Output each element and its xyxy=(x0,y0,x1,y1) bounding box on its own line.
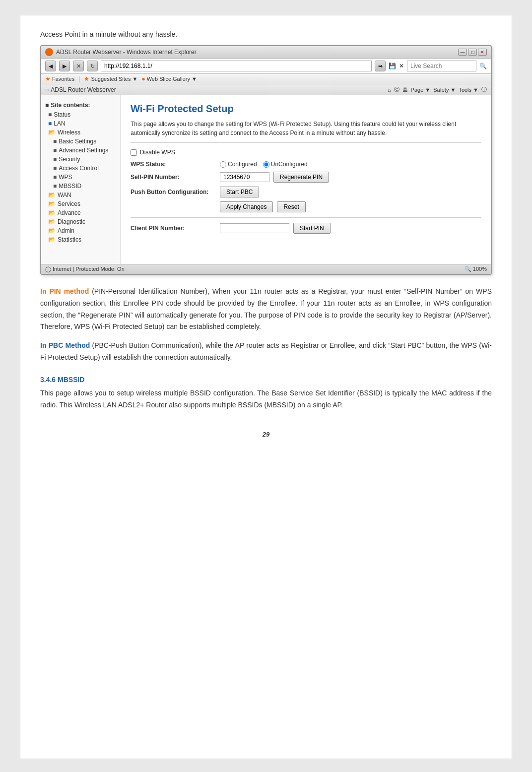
wps-form: Disable WPS WPS Status: Configured xyxy=(131,149,481,234)
page-icon-mbssid: ■ xyxy=(53,183,57,190)
apply-control: Apply Changes Reset xyxy=(220,201,306,212)
print-icon[interactable]: 🖶 xyxy=(402,87,408,93)
disable-wps-checkbox[interactable] xyxy=(131,149,137,156)
mbssid-description: This page allows you to setup wireless m… xyxy=(40,387,492,411)
regenerate-pin-button[interactable]: Regenerate PIN xyxy=(273,172,329,183)
page-icon-lan: ■ xyxy=(48,120,52,127)
configured-option[interactable]: Configured xyxy=(220,161,257,168)
safety-menu[interactable]: Safety ▼ xyxy=(433,87,456,93)
search-input[interactable] xyxy=(407,61,476,71)
main-content: Wi-Fi Protected Setup This page allows y… xyxy=(121,95,491,264)
self-pin-input[interactable] xyxy=(220,172,269,182)
refresh-icon: 💾 xyxy=(389,63,396,69)
sidebar-item-security[interactable]: ■ Security xyxy=(41,155,120,164)
go-button[interactable]: ➡ xyxy=(375,61,386,71)
page-icon-basic: ■ xyxy=(53,138,57,145)
globe-icon: ● xyxy=(141,75,145,82)
start-pbc-button[interactable]: Start PBC xyxy=(220,187,259,197)
sidebar-item-wps[interactable]: ■ WPS xyxy=(41,173,120,182)
tools-menu[interactable]: Tools ▼ xyxy=(459,87,478,93)
status-icon: ◯ xyxy=(45,266,51,272)
stop-button[interactable]: ✕ xyxy=(73,61,84,71)
pbc-method-paragraph: In PBC Method (PBC-Push Button Communica… xyxy=(40,340,492,364)
suggested-sites[interactable]: ★ Suggested Sites ▼ xyxy=(84,75,137,82)
sidebar: ■ Site contents: ■ Status ■ LAN 📂 Wirele… xyxy=(41,95,121,264)
folder-icon-wireless: 📂 xyxy=(48,129,56,136)
refresh-button[interactable]: ↻ xyxy=(87,61,98,71)
forward-button[interactable]: ▶ xyxy=(59,61,70,71)
self-pin-row: Self-PIN Number: Regenerate PIN xyxy=(131,172,481,183)
wps-description: This page allows you to change the setti… xyxy=(131,120,481,143)
help-icon[interactable]: ⓘ xyxy=(481,86,487,93)
disable-wps-row: Disable WPS xyxy=(131,149,481,156)
sidebar-item-mbssid[interactable]: ■ MBSSID xyxy=(41,182,120,191)
start-pin-button[interactable]: Start PIN xyxy=(293,223,331,234)
sidebar-item-wireless[interactable]: 📂 Wireless xyxy=(41,128,120,137)
unconfigured-option[interactable]: UnConfigured xyxy=(263,161,308,168)
folder-icon-diag: 📂 xyxy=(48,218,56,225)
star2-icon: ★ xyxy=(84,75,89,82)
browser-window: ADSL Router Webserver - Windows Internet… xyxy=(40,45,492,275)
sidebar-item-wan[interactable]: 📂 WAN xyxy=(41,191,120,199)
sidebar-header: ■ Site contents: xyxy=(41,100,120,110)
page-icon-access: ■ xyxy=(53,165,57,172)
favorites-toolbar: ★ Favorites | ★ Suggested Sites ▼ ● Web … xyxy=(41,74,491,84)
address-input[interactable] xyxy=(101,61,372,71)
wps-status-label: WPS Status: xyxy=(131,161,220,168)
zoom-level: 100% xyxy=(473,266,487,272)
intro-text: Access Point in a minute without any has… xyxy=(40,30,492,38)
sidebar-item-admin[interactable]: 📂 Admin xyxy=(41,226,120,235)
page-wrapper: Access Point in a minute without any has… xyxy=(20,15,512,759)
folder-icon-services: 📂 xyxy=(48,200,56,207)
sidebar-item-advance[interactable]: 📂 Advance xyxy=(41,208,120,217)
page-icon-advanced: ■ xyxy=(53,147,57,154)
back-button[interactable]: ◀ xyxy=(45,61,56,71)
configured-radio[interactable] xyxy=(220,161,226,168)
browser-statusbar: ◯ Internet | Protected Mode: On 🔍 100% xyxy=(41,264,491,274)
wps-status-row: WPS Status: Configured UnConfigured xyxy=(131,161,481,168)
browser-title-left: ADSL Router Webserver - Windows Internet… xyxy=(45,48,197,56)
sidebar-item-services[interactable]: 📂 Services xyxy=(41,199,120,208)
favorites-label: ★ Favorites xyxy=(45,75,74,82)
sidebar-item-lan[interactable]: ■ LAN xyxy=(41,119,120,128)
pbc-text: (PBC-Push Button Communication), while t… xyxy=(40,341,492,361)
unconfigured-radio[interactable] xyxy=(263,161,269,168)
client-pin-input[interactable] xyxy=(220,223,289,233)
status-left: ◯ Internet | Protected Mode: On xyxy=(45,266,125,272)
push-button-label: Push Button Configuration: xyxy=(131,189,220,195)
browser-title: ADSL Router Webserver - Windows Internet… xyxy=(56,49,197,56)
client-pin-label: Client PIN Number: xyxy=(131,225,220,232)
home-icon[interactable]: ⌂ xyxy=(388,87,391,93)
page-menu[interactable]: Page ▼ xyxy=(411,87,431,93)
sidebar-item-diagnostic[interactable]: 📂 Diagnostic xyxy=(41,217,120,226)
restore-button[interactable]: ◻ xyxy=(468,49,477,56)
pbc-intro: In PBC Method xyxy=(40,341,90,349)
close-button[interactable]: ✕ xyxy=(478,49,487,56)
nav-tools: ⌂ ⓒ 🖶 Page ▼ Safety ▼ Tools ▼ ⓘ xyxy=(388,86,487,93)
sidebar-item-statistics[interactable]: 📂 Statistics xyxy=(41,235,120,244)
browser-addressbar: ◀ ▶ ✕ ↻ ➡ 💾 ✕ 🔍 xyxy=(41,59,491,74)
reset-button[interactable]: Reset xyxy=(277,201,305,212)
page-icon: ○ xyxy=(45,86,49,93)
configured-label: Configured xyxy=(228,161,257,168)
mbssid-section-heading: 3.4.6 MBSSID xyxy=(40,376,492,384)
apply-reset-row: Apply Changes Reset xyxy=(131,201,481,212)
search-go-icon: 🔍 xyxy=(479,63,487,69)
web-slice[interactable]: ● Web Slice Gallery ▼ xyxy=(141,75,197,82)
sidebar-item-basic-settings[interactable]: ■ Basic Settings xyxy=(41,137,120,146)
page-icon-wps: ■ xyxy=(53,174,57,181)
minimize-button[interactable]: — xyxy=(458,49,467,56)
page-icon-status: ■ xyxy=(48,111,52,118)
browser-nav-bar: ○ ADSL Router Webserver ⌂ ⓒ 🖶 Page ▼ Saf… xyxy=(41,84,491,95)
body-section: In PIN method (PIN-Personal Identificati… xyxy=(40,286,492,364)
divider-1: | xyxy=(78,75,80,82)
client-pin-control: Start PIN xyxy=(220,223,331,234)
client-pin-row: Client PIN Number: Start PIN xyxy=(131,223,481,234)
sidebar-item-status[interactable]: ■ Status xyxy=(41,110,120,119)
sidebar-item-advanced-settings[interactable]: ■ Advanced Settings xyxy=(41,146,120,155)
sidebar-item-access-control[interactable]: ■ Access Control xyxy=(41,164,120,173)
apply-changes-button[interactable]: Apply Changes xyxy=(220,201,273,212)
feeds-icon[interactable]: ⓒ xyxy=(394,86,399,93)
pin-text: (PIN-Personal Identification Number), Wh… xyxy=(40,287,492,330)
push-button-control: Start PBC xyxy=(220,187,259,197)
